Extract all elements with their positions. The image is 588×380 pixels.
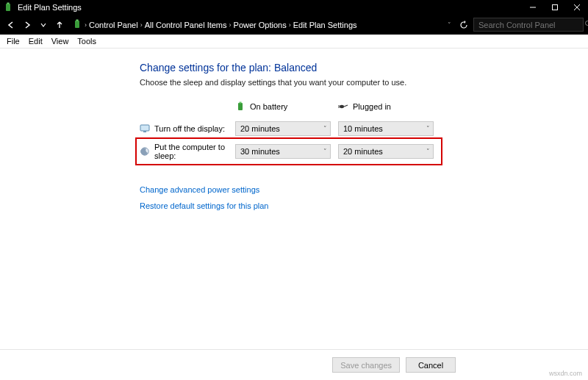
battery-icon	[235, 101, 245, 112]
chevron-down-icon: ˅	[426, 125, 430, 132]
menu-edit[interactable]: Edit	[24, 37, 47, 46]
breadcrumb-separator-icon[interactable]	[289, 21, 291, 29]
page-heading: Change settings for the plan: Balanced	[140, 62, 544, 74]
sleep-icon	[140, 146, 150, 157]
dropdown-sleep-plugged[interactable]: 20 minutes ˅	[338, 144, 434, 159]
cancel-button[interactable]: Cancel	[406, 357, 456, 373]
search-box[interactable]	[473, 18, 584, 32]
svg-rect-15	[140, 125, 149, 131]
close-button[interactable]	[566, 0, 588, 15]
chevron-down-icon: ˅	[323, 148, 327, 155]
back-button[interactable]	[4, 18, 18, 32]
svg-rect-3	[553, 5, 558, 10]
breadcrumb-item[interactable]: Edit Plan Settings	[293, 21, 357, 29]
svg-point-12	[340, 105, 344, 108]
dropdown-value: 30 minutes	[240, 147, 280, 156]
breadcrumb-history-dropdown[interactable]: ˅	[444, 21, 454, 29]
svg-point-8	[586, 21, 589, 26]
svg-rect-16	[143, 132, 146, 133]
breadcrumb-item[interactable]: Control Panel	[89, 21, 138, 29]
link-advanced-settings[interactable]: Change advanced power settings	[140, 185, 544, 194]
recent-dropdown[interactable]	[37, 18, 50, 32]
footer-buttons: Save changes Cancel	[0, 349, 588, 380]
dropdown-value: 20 minutes	[240, 124, 280, 133]
menu-view[interactable]: View	[47, 37, 74, 46]
breadcrumb-item[interactable]: All Control Panel Items	[145, 21, 227, 29]
row-label-text: Turn off the display:	[154, 124, 225, 133]
maximize-button[interactable]	[544, 0, 566, 15]
breadcrumb-root-icon[interactable]	[72, 19, 82, 31]
settings-grid: On battery Plugged in Turn off the displ…	[140, 98, 544, 165]
dropdown-display-battery[interactable]: 20 minutes ˅	[235, 121, 331, 136]
app-icon	[3, 2, 13, 12]
forward-button[interactable]	[21, 18, 34, 32]
menu-tools[interactable]: Tools	[73, 37, 101, 46]
search-input[interactable]	[474, 21, 584, 29]
up-button[interactable]	[53, 18, 66, 32]
window-title: Edit Plan Settings	[16, 3, 522, 12]
menu-bar: File Edit View Tools	[0, 35, 588, 49]
column-label: On battery	[250, 102, 287, 111]
svg-rect-11	[240, 102, 242, 104]
breadcrumb-separator-icon[interactable]	[140, 21, 143, 29]
link-restore-defaults[interactable]: Restore default settings for this plan	[140, 201, 544, 210]
chevron-down-icon: ˅	[426, 148, 430, 155]
column-header-battery: On battery	[235, 98, 338, 119]
row-label-display: Turn off the display:	[140, 119, 235, 138]
save-button[interactable]: Save changes	[332, 357, 400, 373]
column-label: Plugged in	[353, 102, 391, 111]
breadcrumb-separator-icon[interactable]	[229, 21, 232, 29]
search-icon[interactable]	[584, 20, 588, 29]
window-titlebar: Edit Plan Settings	[0, 0, 588, 15]
breadcrumb-item[interactable]: Power Options	[234, 21, 287, 29]
dropdown-display-plugged[interactable]: 10 minutes ˅	[338, 121, 434, 136]
dropdown-value: 10 minutes	[343, 124, 383, 133]
row-label-sleep: Put the computer to sleep:	[140, 138, 235, 165]
svg-rect-6	[75, 21, 79, 28]
display-icon	[140, 123, 150, 134]
menu-file[interactable]: File	[2, 37, 24, 46]
page-subtext: Choose the sleep and display settings th…	[140, 78, 544, 87]
dropdown-value: 20 minutes	[343, 147, 383, 156]
plug-icon	[338, 101, 348, 112]
minimize-button[interactable]	[522, 0, 544, 15]
svg-rect-0	[6, 4, 10, 11]
breadcrumb-separator-icon[interactable]	[85, 21, 87, 29]
svg-rect-7	[76, 19, 79, 21]
watermark: wsxdn.com	[549, 370, 582, 377]
chevron-down-icon: ˅	[323, 125, 327, 132]
dropdown-sleep-battery[interactable]: 30 minutes ˅	[235, 144, 331, 159]
row-label-text: Put the computer to sleep:	[154, 143, 235, 160]
svg-rect-10	[238, 103, 243, 110]
column-header-plugged: Plugged in	[338, 98, 441, 119]
svg-rect-1	[7, 3, 10, 4]
breadcrumb: Control Panel All Control Panel Items Po…	[69, 19, 441, 31]
navigation-bar: Control Panel All Control Panel Items Po…	[0, 15, 588, 35]
refresh-button[interactable]	[457, 18, 470, 32]
content-area: Change settings for the plan: Balanced C…	[0, 49, 588, 380]
